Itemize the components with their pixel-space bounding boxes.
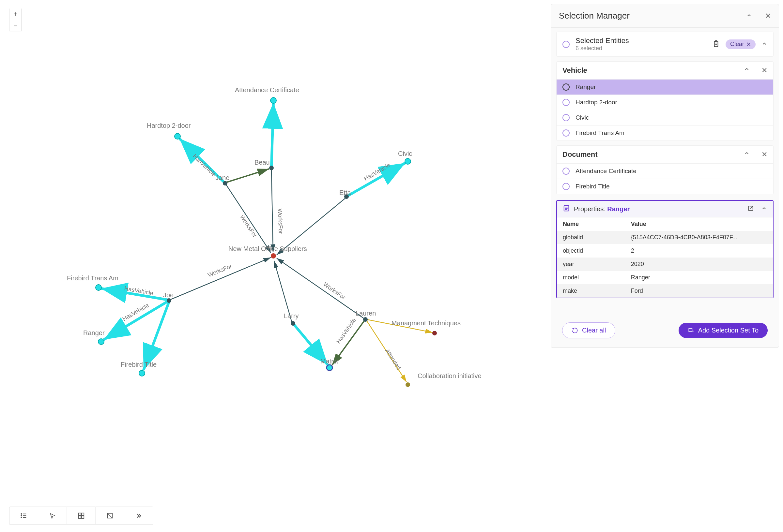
node-label: Hardtop 2-door bbox=[147, 122, 191, 129]
collapse-section-button[interactable] bbox=[761, 41, 768, 48]
node-label: Beau bbox=[254, 159, 270, 166]
svg-point-26 bbox=[98, 339, 104, 344]
selection-manager-panel: Selection Manager ✕ Selected Entities 6 … bbox=[551, 4, 779, 348]
property-value: 2020 bbox=[631, 261, 767, 268]
svg-line-0 bbox=[170, 258, 271, 300]
clipboard-icon bbox=[713, 40, 720, 47]
toolbar-cursor-button[interactable] bbox=[38, 506, 67, 525]
item-label: Civic bbox=[575, 114, 589, 121]
svg-point-19 bbox=[269, 166, 274, 170]
clear-selection-button[interactable]: Clear ✕ bbox=[726, 39, 756, 49]
edge-label: Attended bbox=[384, 347, 402, 371]
section-vehicle: Vehicle ✕ Ranger Hardtop 2-door Civic bbox=[556, 61, 774, 141]
selected-entities-title: Selected Entities bbox=[575, 36, 629, 45]
toolbar-select-group-button[interactable] bbox=[67, 506, 96, 525]
close-document-button[interactable]: ✕ bbox=[761, 150, 768, 159]
toolbar-more-button[interactable] bbox=[124, 506, 153, 525]
property-value: Ranger bbox=[631, 274, 767, 281]
node-label: Etta bbox=[339, 189, 351, 196]
radio-icon bbox=[562, 41, 570, 48]
edge-label: WorksFor bbox=[277, 208, 284, 234]
section-vehicle-title: Vehicle bbox=[562, 66, 587, 75]
svg-line-8 bbox=[272, 103, 273, 167]
node-label: Matrix bbox=[320, 358, 338, 365]
panel-header: Selection Manager ✕ bbox=[551, 4, 779, 28]
chevrons-right-icon bbox=[135, 512, 142, 519]
geometry-icon bbox=[106, 512, 114, 519]
edge-label: HasVehicle bbox=[191, 153, 217, 178]
col-name: Name bbox=[563, 221, 631, 228]
chevron-up-icon bbox=[761, 41, 768, 46]
clear-all-button[interactable]: Clear all bbox=[562, 322, 615, 338]
radio-icon bbox=[562, 183, 570, 190]
svg-line-54 bbox=[750, 206, 753, 209]
node-label: Managment Techniques bbox=[392, 320, 461, 327]
svg-point-30 bbox=[326, 365, 333, 371]
document-item-attendance[interactable]: Attendance Certificate bbox=[557, 163, 773, 179]
collapse-properties-button[interactable] bbox=[761, 205, 767, 212]
property-row: year 2020 bbox=[557, 258, 773, 271]
col-value: Value bbox=[631, 221, 767, 228]
svg-line-1 bbox=[225, 183, 271, 253]
vehicle-item-ranger[interactable]: Ranger bbox=[557, 79, 773, 95]
clear-all-label: Clear all bbox=[582, 327, 606, 334]
add-selection-set-button[interactable]: Add Selection Set To bbox=[679, 323, 768, 338]
list-icon bbox=[20, 512, 27, 519]
radio-icon bbox=[562, 99, 570, 106]
svg-line-44 bbox=[107, 513, 112, 518]
svg-point-29 bbox=[363, 317, 368, 322]
svg-point-28 bbox=[291, 321, 295, 326]
property-value: {515A4CC7-46DB-4CB0-A803-F4F07F... bbox=[631, 234, 767, 241]
collapse-document-button[interactable] bbox=[744, 150, 750, 159]
popout-icon bbox=[747, 205, 754, 211]
svg-point-31 bbox=[432, 331, 437, 335]
properties-entity-name: Ranger bbox=[607, 205, 630, 212]
clipboard-button[interactable] bbox=[713, 40, 720, 48]
vehicle-item-hardtop[interactable]: Hardtop 2-door bbox=[557, 95, 773, 110]
chevron-up-icon bbox=[744, 66, 750, 72]
property-row: model Ranger bbox=[557, 271, 773, 284]
radio-icon bbox=[562, 168, 570, 175]
item-label: Firebird Trans Am bbox=[575, 129, 624, 137]
node-label: Collaboration initiative bbox=[417, 372, 481, 379]
section-document: Document ✕ Attendance Certificate Firebi… bbox=[556, 145, 774, 194]
svg-point-25 bbox=[167, 298, 171, 303]
properties-panel: Properties: Ranger Name Value glo bbox=[556, 200, 774, 298]
svg-rect-55 bbox=[689, 328, 692, 332]
popout-button[interactable] bbox=[747, 205, 754, 213]
selected-entities-header: Selected Entities 6 selected Clear ✕ bbox=[556, 32, 774, 57]
item-label: Ranger bbox=[575, 84, 596, 91]
svg-line-5 bbox=[277, 258, 366, 320]
close-vehicle-button[interactable]: ✕ bbox=[761, 66, 768, 75]
node-label: Ranger bbox=[83, 329, 105, 336]
toolbar-geometry-button[interactable] bbox=[96, 506, 124, 525]
radio-icon bbox=[562, 114, 570, 121]
section-document-title: Document bbox=[562, 150, 598, 159]
properties-icon bbox=[563, 205, 570, 213]
svg-rect-40 bbox=[81, 513, 84, 516]
property-row: make Ford bbox=[557, 284, 773, 298]
vehicle-item-civic[interactable]: Civic bbox=[557, 110, 773, 125]
chevron-up-icon bbox=[761, 205, 767, 211]
add-selection-label: Add Selection Set To bbox=[698, 327, 758, 334]
collapse-vehicle-button[interactable] bbox=[744, 66, 750, 75]
radio-icon bbox=[562, 84, 570, 91]
cursor-icon bbox=[49, 512, 56, 519]
document-item-firebird-title[interactable]: Firebird Title bbox=[557, 179, 773, 194]
properties-title: Properties: Ranger bbox=[574, 205, 630, 213]
node-label: Jane bbox=[215, 174, 229, 181]
property-name: year bbox=[563, 261, 631, 268]
graph-canvas[interactable]: WorksFor WorksFor WorksFor WorksFor HasV… bbox=[0, 0, 541, 532]
svg-point-35 bbox=[21, 516, 22, 517]
close-panel-button[interactable]: ✕ bbox=[765, 12, 771, 20]
svg-point-17 bbox=[271, 97, 276, 103]
collapse-panel-button[interactable] bbox=[746, 12, 752, 20]
vehicle-item-firebird[interactable]: Firebird Trans Am bbox=[557, 125, 773, 140]
svg-point-23 bbox=[271, 253, 276, 259]
svg-point-37 bbox=[21, 517, 22, 518]
node-label: Attendance Certificate bbox=[235, 87, 299, 94]
property-name: globalid bbox=[563, 234, 631, 241]
svg-rect-41 bbox=[78, 516, 81, 518]
properties-table: Name Value globalid {515A4CC7-46DB-4CB0-… bbox=[557, 217, 773, 298]
toolbar-list-button[interactable] bbox=[9, 506, 38, 525]
